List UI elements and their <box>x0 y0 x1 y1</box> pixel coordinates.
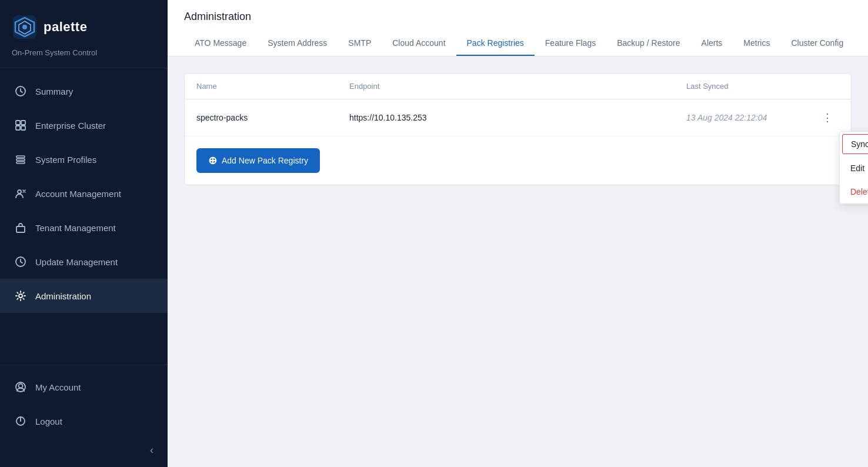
tab-pack-registries[interactable]: Pack Registries <box>456 31 535 56</box>
tab-metrics[interactable]: Metrics <box>733 31 780 56</box>
svg-point-12 <box>18 190 21 194</box>
tab-bar: ATO Message System Address SMTP Cloud Ac… <box>184 31 852 56</box>
sidebar-item-enterprise-cluster[interactable]: Enterprise Cluster <box>0 108 168 142</box>
svg-point-15 <box>19 294 22 298</box>
tab-backup-restore[interactable]: Backup / Restore <box>606 31 690 56</box>
col-last-synced: Last Synced <box>686 82 816 91</box>
summary-icon <box>14 85 27 98</box>
tab-feature-flags[interactable]: Feature Flags <box>535 31 606 56</box>
table-row: spectro-packs https://10.10.135.253 13 A… <box>185 99 851 136</box>
logo-icon <box>12 14 38 40</box>
tab-smtp[interactable]: SMTP <box>338 31 382 56</box>
col-name: Name <box>196 82 349 91</box>
context-menu: Sync Edit Delete <box>839 131 868 204</box>
sidebar-item-administration[interactable]: Administration <box>0 279 168 313</box>
registry-last-synced: 13 Aug 2024 22:12:04 <box>686 113 816 122</box>
logout-icon <box>14 415 27 428</box>
sidebar-item-administration-label: Administration <box>35 291 91 301</box>
sidebar-item-account-management[interactable]: Account Management <box>0 176 168 211</box>
svg-rect-8 <box>21 126 25 130</box>
row-actions-cell: ⋮ Sync Edit Delete <box>816 109 839 126</box>
context-menu-delete[interactable]: Delete <box>840 180 868 204</box>
enterprise-cluster-icon <box>14 119 27 132</box>
page-title: Administration <box>184 11 852 23</box>
sidebar-item-tenant-management[interactable]: Tenant Management <box>0 211 168 245</box>
add-icon: ⊕ <box>208 154 217 167</box>
content-area: Name Endpoint Last Synced spectro-packs … <box>168 56 868 467</box>
svg-point-16 <box>19 384 23 388</box>
update-management-icon <box>14 255 27 268</box>
col-actions <box>816 82 839 91</box>
pack-registries-table-card: Name Endpoint Last Synced spectro-packs … <box>184 73 852 185</box>
my-account-icon <box>14 381 27 393</box>
sidebar-item-account-management-label: Account Management <box>35 189 121 199</box>
logo-area: palette <box>0 0 168 46</box>
main-content: Administration ATO Message System Addres… <box>168 0 868 467</box>
svg-rect-7 <box>16 126 20 130</box>
context-menu-sync[interactable]: Sync <box>842 134 868 154</box>
svg-rect-9 <box>16 162 25 164</box>
sidebar-item-system-profiles[interactable]: System Profiles <box>0 142 168 176</box>
svg-point-3 <box>22 25 27 29</box>
sidebar-bottom: My Account Logout ‹ <box>0 365 168 467</box>
logo-text: palette <box>44 19 87 35</box>
svg-rect-13 <box>16 226 25 232</box>
account-management-icon <box>14 187 27 200</box>
row-actions-button[interactable]: ⋮ <box>816 109 839 126</box>
sidebar-item-tenant-management-label: Tenant Management <box>35 223 116 233</box>
sidebar-item-enterprise-cluster-label: Enterprise Cluster <box>35 121 106 131</box>
sidebar-item-logout[interactable]: Logout <box>0 404 168 438</box>
sidebar-item-my-account[interactable]: My Account <box>0 370 168 404</box>
sidebar-item-system-profiles-label: System Profiles <box>35 155 96 165</box>
tab-cluster-config[interactable]: Cluster Config <box>780 31 854 56</box>
sidebar-item-summary-label: Summary <box>35 86 73 96</box>
svg-rect-10 <box>16 159 25 161</box>
registry-endpoint: https://10.10.135.253 <box>349 113 686 122</box>
sidebar-item-update-management-label: Update Management <box>35 257 118 267</box>
table-header: Name Endpoint Last Synced <box>185 74 851 99</box>
registry-name: spectro-packs <box>196 113 349 122</box>
tab-system-address[interactable]: System Address <box>257 31 338 56</box>
app-subtitle: On-Prem System Control <box>0 46 168 68</box>
system-profiles-icon <box>14 153 27 166</box>
svg-rect-11 <box>16 156 25 158</box>
col-endpoint: Endpoint <box>349 82 686 91</box>
tab-alerts[interactable]: Alerts <box>691 31 733 56</box>
add-button-label: Add New Pack Registry <box>222 156 308 165</box>
sidebar-item-logout-label: Logout <box>35 416 62 426</box>
sidebar-item-summary[interactable]: Summary <box>0 74 168 108</box>
sidebar-item-update-management[interactable]: Update Management <box>0 245 168 279</box>
sidebar: palette On-Prem System Control Summary E… <box>0 0 168 467</box>
tab-ato-message[interactable]: ATO Message <box>184 31 257 56</box>
svg-rect-5 <box>16 121 20 125</box>
sidebar-nav: Summary Enterprise Cluster System Profil… <box>0 68 168 365</box>
page-header: Administration ATO Message System Addres… <box>168 0 868 56</box>
sidebar-item-my-account-label: My Account <box>35 382 81 392</box>
administration-icon <box>14 289 27 302</box>
collapse-button[interactable]: ‹ <box>0 438 168 462</box>
add-new-pack-registry-button[interactable]: ⊕ Add New Pack Registry <box>196 148 320 173</box>
collapse-icon: ‹ <box>150 444 153 456</box>
context-menu-edit[interactable]: Edit <box>840 156 868 180</box>
tab-cloud-account[interactable]: Cloud Account <box>382 31 456 56</box>
tenant-management-icon <box>14 221 27 234</box>
svg-rect-6 <box>21 121 25 125</box>
